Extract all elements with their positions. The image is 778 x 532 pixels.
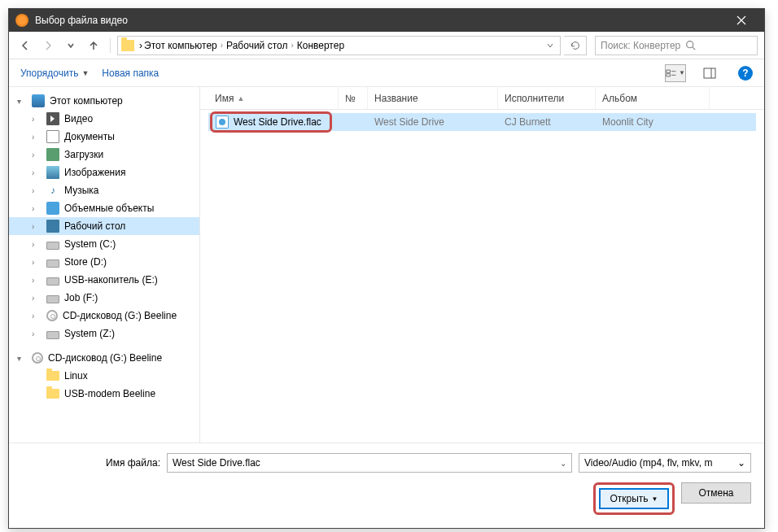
file-artist: CJ Burnett [498,116,596,128]
forward-button[interactable] [38,36,58,55]
tree-item[interactable]: ›Объемные объекты [9,199,199,217]
drive-icon [46,295,59,303]
tree-label: Музыка [64,185,98,196]
recent-dropdown[interactable] [61,36,81,55]
newfolder-label: Новая папка [102,68,159,79]
pc-icon [32,94,45,107]
expand-icon[interactable]: › [32,115,42,124]
expand-icon[interactable]: › [32,186,42,195]
chevron-right-icon: › [221,41,223,50]
expand-icon[interactable]: › [32,204,42,213]
chevron-down-icon[interactable]: ⌄ [560,459,566,468]
tree-label: Linux [64,370,88,382]
expand-icon[interactable]: › [32,276,42,285]
tree-label: Job (F:) [64,292,98,303]
tree-item[interactable]: Linux [9,367,199,385]
tree-label: USB-modem Beeline [64,388,155,399]
up-button[interactable] [84,36,103,55]
expand-icon[interactable]: › [32,312,42,321]
search-icon [685,40,696,50]
tree-item[interactable]: ›Изображения [9,164,199,181]
split-dropdown-icon[interactable]: ▼ [652,495,658,503]
tree-item[interactable]: ›Рабочий стол [9,217,199,235]
file-title: West Side Drive [368,116,498,128]
refresh-button[interactable] [564,36,587,55]
col-label: Название [374,93,418,104]
col-label: Альбом [602,93,637,104]
column-header-name[interactable]: Имя▲ [208,87,339,109]
close-button[interactable] [725,9,758,32]
column-header-title[interactable]: Название [368,87,498,109]
expand-icon[interactable]: ▾ [17,97,27,106]
sort-asc-icon: ▲ [237,94,244,102]
breadcrumb-item-converter[interactable]: Конвертер [295,40,346,51]
tree-item[interactable]: ›Документы [9,128,199,146]
newfolder-button[interactable]: Новая папка [102,68,159,79]
file-row[interactable]: West Side Drive.flacWest Side DriveCJ Bu… [208,113,756,131]
drive-icon [46,259,59,268]
view-mode-button[interactable]: ▼ [665,64,686,82]
file-type-filter[interactable]: Video/Audio (mp4, flv, mkv, m⌄ [579,453,751,473]
file-list: West Side Drive.flacWest Side DriveCJ Bu… [200,110,764,443]
tree-item[interactable]: ›System (C:) [9,235,199,253]
breadcrumb-label: Этот компьютер [144,40,217,51]
tree-item[interactable]: ›Загрузки [9,146,199,164]
breadcrumb-dropdown[interactable] [544,41,557,50]
expand-icon[interactable]: › [32,294,42,303]
drive-icon [46,242,59,250]
tree-label: Объемные объекты [64,203,154,214]
preview-pane-button[interactable] [699,64,720,82]
tree-item[interactable]: ›Видео [9,110,199,128]
tree-item[interactable]: ›♪Музыка [9,181,199,199]
breadcrumb-item-desktop[interactable]: Рабочий стол› [225,40,295,51]
svg-rect-1 [667,70,671,72]
expand-icon[interactable]: › [32,329,42,338]
breadcrumb[interactable]: › Этот компьютер› Рабочий стол› Конверте… [117,36,561,55]
audio-file-icon [216,116,229,129]
expand-icon[interactable]: ▾ [17,354,27,363]
chevron-down-icon[interactable]: ⌄ [737,457,745,469]
expand-icon[interactable]: › [32,168,42,177]
help-button[interactable]: ? [738,66,753,81]
expand-icon[interactable]: › [32,150,42,159]
column-header-num[interactable]: № [339,87,368,109]
expand-icon[interactable]: › [32,240,42,249]
file-name-highlight: West Side Drive.flac [210,111,332,133]
tree-label: USB-накопитель (E:) [64,274,158,286]
open-button[interactable]: Открыть▼ [599,488,669,509]
column-header-artist[interactable]: Исполнители [498,87,596,109]
toolbar: Упорядочить▼ Новая папка ▼ ? [9,59,764,87]
search-input[interactable]: Поиск: Конвертер [595,36,758,55]
expand-icon[interactable]: › [32,133,42,142]
tree-label: System (Z:) [64,328,115,339]
breadcrumb-item-thispc[interactable]: Этот компьютер› [142,40,225,51]
back-button[interactable] [15,36,35,55]
expand-icon[interactable]: › [32,258,42,267]
filename-input[interactable]: West Side Drive.flac⌄ [167,453,572,473]
tree-item[interactable]: ›CD-дисковод (G:) Beeline [9,307,199,325]
column-headers: Имя▲ № Название Исполнители Альбом [200,87,764,110]
tree-item[interactable]: ›Job (F:) [9,289,199,307]
titlebar: Выбор файла видео [9,9,764,32]
tree-label: Видео [64,113,93,124]
cancel-label: Отмена [698,487,733,499]
tree-item[interactable]: USB-modem Beeline [9,385,199,403]
expand-icon[interactable]: › [32,222,42,231]
tree-label: CD-дисковод (G:) Beeline [63,310,177,321]
tree-item[interactable]: ›System (Z:) [9,325,199,342]
tree-item[interactable]: ›USB-накопитель (E:) [9,271,199,289]
tree-label: System (C:) [64,238,116,250]
video-icon [46,112,59,125]
tree-item-cdgroup[interactable]: ▾CD-дисковод (G:) Beeline [9,349,199,367]
tree-item-thispc[interactable]: ▾Этот компьютер [9,92,199,110]
drive-icon [46,331,59,339]
column-header-album[interactable]: Альбом [596,87,710,109]
cd-icon [32,352,43,364]
filename-label: Имя файла: [22,457,160,469]
folder-icon [121,40,134,51]
chevron-down-icon: ▼ [679,69,685,76]
organize-button[interactable]: Упорядочить▼ [20,68,89,79]
document-icon [46,130,59,143]
cancel-button[interactable]: Отмена [681,482,751,504]
tree-item[interactable]: ›Store (D:) [9,253,199,271]
